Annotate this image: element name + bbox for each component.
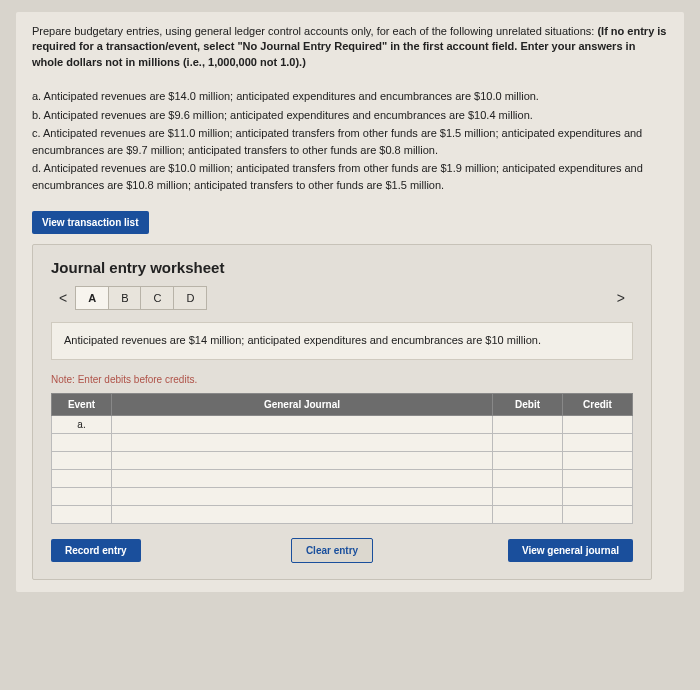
table-row bbox=[52, 433, 633, 451]
account-cell[interactable] bbox=[112, 505, 493, 523]
note-text: Note: Enter debits before credits. bbox=[51, 374, 633, 385]
table-row bbox=[52, 505, 633, 523]
tab-d[interactable]: D bbox=[173, 286, 207, 310]
view-transaction-list-button[interactable]: View transaction list bbox=[32, 211, 149, 234]
event-cell[interactable] bbox=[52, 433, 112, 451]
header-debit: Debit bbox=[493, 393, 563, 415]
account-cell[interactable] bbox=[112, 433, 493, 451]
worksheet-title: Journal entry worksheet bbox=[51, 259, 633, 276]
table-row bbox=[52, 469, 633, 487]
debit-cell[interactable] bbox=[493, 433, 563, 451]
scenario-text: Anticipated revenues are $14 million; an… bbox=[51, 322, 633, 359]
journal-entry-table: Event General Journal Debit Credit a. bbox=[51, 393, 633, 524]
debit-cell[interactable] bbox=[493, 415, 563, 433]
clear-entry-button[interactable]: Clear entry bbox=[291, 538, 373, 563]
credit-cell[interactable] bbox=[563, 505, 633, 523]
instructions-text: Prepare budgetary entries, using general… bbox=[32, 24, 668, 70]
event-cell[interactable] bbox=[52, 487, 112, 505]
tab-a[interactable]: A bbox=[75, 286, 109, 310]
debit-cell[interactable] bbox=[493, 469, 563, 487]
journal-worksheet-panel: Journal entry worksheet < A B C D > Anti… bbox=[32, 244, 652, 579]
credit-cell[interactable] bbox=[563, 415, 633, 433]
tabs-group: < A B C D bbox=[51, 286, 206, 310]
event-cell[interactable] bbox=[52, 505, 112, 523]
situations-list: a. Anticipated revenues are $14.0 millio… bbox=[32, 88, 668, 193]
header-event: Event bbox=[52, 393, 112, 415]
prev-arrow[interactable]: < bbox=[51, 286, 75, 310]
situation-a: a. Anticipated revenues are $14.0 millio… bbox=[32, 88, 668, 105]
header-credit: Credit bbox=[563, 393, 633, 415]
account-cell[interactable] bbox=[112, 415, 493, 433]
table-row: a. bbox=[52, 415, 633, 433]
tab-c[interactable]: C bbox=[140, 286, 174, 310]
situation-c: c. Anticipated revenues are $11.0 millio… bbox=[32, 125, 668, 158]
header-general-journal: General Journal bbox=[112, 393, 493, 415]
credit-cell[interactable] bbox=[563, 469, 633, 487]
event-cell[interactable] bbox=[52, 451, 112, 469]
tab-b[interactable]: B bbox=[108, 286, 141, 310]
action-buttons-row: Record entry Clear entry View general jo… bbox=[51, 538, 633, 563]
situation-d: d. Anticipated revenues are $10.0 millio… bbox=[32, 160, 668, 193]
table-row bbox=[52, 451, 633, 469]
account-cell[interactable] bbox=[112, 487, 493, 505]
debit-cell[interactable] bbox=[493, 505, 563, 523]
credit-cell[interactable] bbox=[563, 487, 633, 505]
event-cell[interactable] bbox=[52, 469, 112, 487]
tab-navigation: < A B C D > bbox=[51, 286, 633, 310]
account-cell[interactable] bbox=[112, 451, 493, 469]
page-content: Prepare budgetary entries, using general… bbox=[16, 12, 684, 592]
debit-cell[interactable] bbox=[493, 451, 563, 469]
next-arrow[interactable]: > bbox=[609, 286, 633, 310]
event-cell[interactable]: a. bbox=[52, 415, 112, 433]
table-row bbox=[52, 487, 633, 505]
view-general-journal-button[interactable]: View general journal bbox=[508, 539, 633, 562]
credit-cell[interactable] bbox=[563, 451, 633, 469]
situation-b: b. Anticipated revenues are $9.6 million… bbox=[32, 107, 668, 124]
instructions-lead: Prepare budgetary entries, using general… bbox=[32, 25, 597, 37]
record-entry-button[interactable]: Record entry bbox=[51, 539, 141, 562]
credit-cell[interactable] bbox=[563, 433, 633, 451]
account-cell[interactable] bbox=[112, 469, 493, 487]
debit-cell[interactable] bbox=[493, 487, 563, 505]
